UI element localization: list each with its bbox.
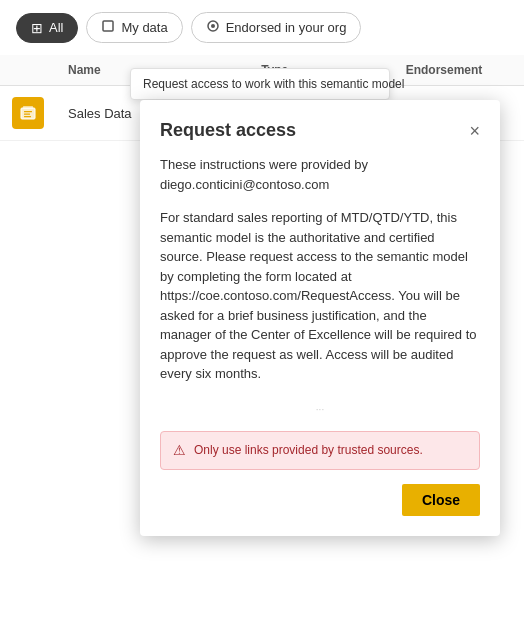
filter-endorsed-label: Endorsed in your org (226, 20, 347, 35)
warning-text: Only use links provided by trusted sourc… (194, 441, 423, 459)
modal-close-btn[interactable]: Close (402, 484, 480, 516)
svg-rect-0 (103, 21, 113, 31)
modal-header: Request access × (160, 120, 480, 141)
page-container: ⊞ All My data Endorsed in your org Requ (0, 0, 524, 622)
row-icon (12, 97, 44, 129)
svg-point-2 (211, 24, 215, 28)
row-icon-cell (0, 86, 56, 141)
tooltip-container: Request access to work with this semanti… (130, 68, 390, 100)
warning-banner: ⚠ Only use links provided by trusted sou… (160, 431, 480, 470)
filter-all-label: All (49, 20, 63, 35)
filter-endorsed-button[interactable]: Endorsed in your org (191, 12, 362, 43)
col-endorsement-header: Endorsement (394, 55, 524, 86)
modal-para2: For standard sales reporting of MTD/QTD/… (160, 208, 480, 384)
tooltip-text: Request access to work with this semanti… (143, 77, 404, 91)
filter-all-button[interactable]: ⊞ All (16, 13, 78, 43)
svg-rect-6 (24, 111, 32, 112)
svg-rect-5 (23, 106, 33, 109)
modal-para1: These instructions were provided by dieg… (160, 155, 480, 194)
scroll-hint: ··· (160, 398, 480, 421)
col-icon-header (0, 55, 56, 86)
modal-footer: Close (160, 484, 480, 516)
modal-body: These instructions were provided by dieg… (160, 155, 480, 470)
tooltip-box: Request access to work with this semanti… (130, 68, 390, 100)
warning-icon: ⚠ (173, 440, 186, 461)
modal-close-button[interactable]: × (469, 122, 480, 140)
filter-mydata-button[interactable]: My data (86, 12, 182, 43)
mydata-icon (101, 19, 115, 36)
row-name: Sales Data (68, 106, 132, 121)
svg-rect-8 (24, 116, 31, 117)
filter-bar: ⊞ All My data Endorsed in your org (0, 0, 524, 55)
modal-title: Request access (160, 120, 296, 141)
all-icon: ⊞ (31, 20, 43, 36)
request-access-modal: Request access × These instructions were… (140, 100, 500, 536)
filter-mydata-label: My data (121, 20, 167, 35)
endorsed-icon (206, 19, 220, 36)
svg-rect-7 (24, 114, 30, 115)
